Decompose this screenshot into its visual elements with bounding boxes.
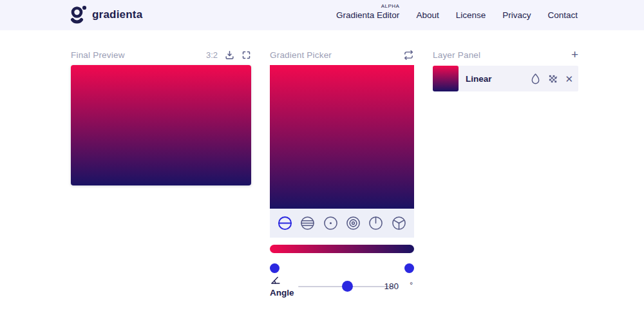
layer-row-linear[interactable]: Linear ✕ bbox=[433, 66, 578, 91]
add-layer-button[interactable]: + bbox=[571, 50, 578, 59]
app-header: gradienta ALPHA Gradienta Editor About L… bbox=[0, 0, 644, 30]
gradient-type-selector bbox=[270, 209, 414, 238]
angle-degree-unit: ° bbox=[410, 281, 413, 290]
nav-license[interactable]: License bbox=[456, 10, 486, 20]
nav-about[interactable]: About bbox=[416, 10, 439, 20]
brand-logo[interactable]: gradienta bbox=[70, 5, 142, 24]
gradient-picker-panel: Gradient Picker bbox=[270, 49, 414, 301]
angle-slider-thumb[interactable] bbox=[342, 281, 353, 292]
brand-name: gradienta bbox=[92, 8, 142, 21]
gradient-type-radial-icon[interactable] bbox=[323, 216, 338, 231]
gradient-picker-title: Gradient Picker bbox=[270, 50, 332, 60]
final-preview-panel: Final Preview 3:2 bbox=[71, 49, 251, 185]
fullscreen-icon[interactable] bbox=[242, 50, 251, 60]
nav-privacy[interactable]: Privacy bbox=[502, 10, 531, 20]
layer-panel: Layer Panel + Linear ✕ bbox=[433, 49, 578, 91]
gradient-type-repeating-conic-icon[interactable] bbox=[392, 216, 406, 231]
opacity-droplet-icon[interactable] bbox=[530, 73, 541, 85]
angle-value-input[interactable]: 180 bbox=[379, 281, 399, 291]
delete-layer-icon[interactable]: ✕ bbox=[565, 74, 573, 84]
aspect-ratio-selector[interactable]: 3:2 bbox=[206, 50, 218, 60]
gradient-stop-handle-start[interactable] bbox=[270, 263, 279, 273]
main-nav: ALPHA Gradienta Editor About License Pri… bbox=[336, 0, 578, 30]
gradient-type-conic-icon[interactable] bbox=[368, 216, 383, 231]
nav-contact[interactable]: Contact bbox=[547, 10, 578, 20]
gradient-stop-handle-end[interactable] bbox=[404, 263, 414, 273]
gradient-type-repeating-linear-icon[interactable] bbox=[300, 216, 315, 231]
checkerboard-icon[interactable] bbox=[548, 74, 558, 84]
angle-control: Angle 180 ° bbox=[270, 274, 414, 301]
gradient-stops-bar[interactable] bbox=[270, 245, 414, 253]
final-preview-title: Final Preview bbox=[71, 50, 125, 60]
angle-icon bbox=[270, 275, 281, 285]
gradienta-logo-icon bbox=[70, 5, 87, 24]
layer-panel-title: Layer Panel bbox=[433, 50, 480, 60]
alpha-badge: ALPHA bbox=[381, 3, 400, 9]
download-icon[interactable] bbox=[224, 50, 235, 61]
gradient-picker-canvas[interactable] bbox=[270, 65, 414, 209]
layer-name: Linear bbox=[466, 74, 530, 84]
layer-thumbnail[interactable] bbox=[433, 66, 459, 91]
gradient-type-linear-icon[interactable] bbox=[278, 216, 292, 231]
gradient-type-repeating-radial-icon[interactable] bbox=[346, 216, 361, 231]
gradient-stops-row bbox=[270, 263, 414, 273]
swap-colors-icon[interactable] bbox=[403, 50, 414, 61]
final-preview-canvas bbox=[71, 65, 251, 185]
nav-gradienta-editor[interactable]: ALPHA Gradienta Editor bbox=[336, 10, 399, 20]
angle-label: Angle bbox=[270, 288, 294, 298]
